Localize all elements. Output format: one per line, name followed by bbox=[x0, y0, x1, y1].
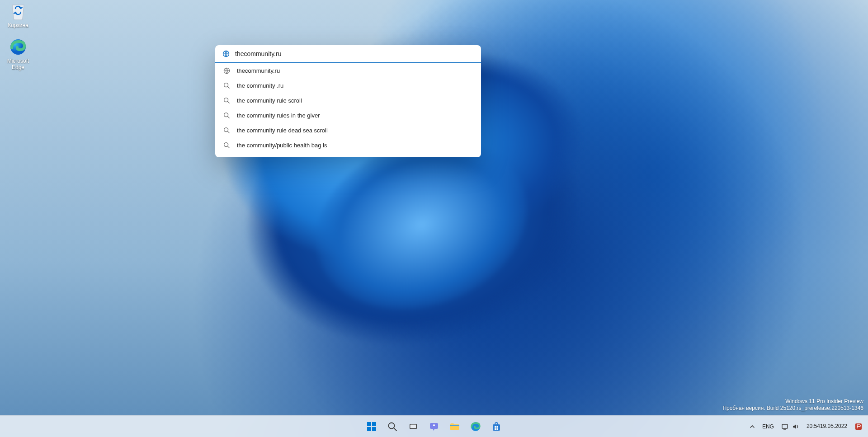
desktop-icon-label: Корзина bbox=[1, 22, 35, 28]
recycle-bin-icon bbox=[8, 1, 28, 21]
folder-icon bbox=[449, 421, 460, 432]
search-icon bbox=[222, 112, 231, 119]
svg-rect-26 bbox=[495, 426, 496, 428]
svg-rect-13 bbox=[367, 422, 371, 426]
svg-line-12 bbox=[227, 146, 229, 148]
taskbar: ENG 20:54 19.05.2022 bbox=[0, 415, 868, 437]
svg-rect-23 bbox=[450, 425, 459, 426]
start-button[interactable] bbox=[363, 418, 381, 436]
file-explorer-button[interactable] bbox=[446, 418, 464, 436]
chat-button[interactable] bbox=[425, 418, 443, 436]
svg-line-18 bbox=[394, 428, 396, 431]
clock-button[interactable]: 20:54 19.05.2022 bbox=[804, 418, 850, 436]
svg-rect-30 bbox=[782, 424, 788, 428]
suggestion-text: the community rules in the giver bbox=[237, 112, 320, 119]
search-input-row[interactable] bbox=[215, 45, 481, 63]
suggestion-text: the community/public health bag is bbox=[237, 142, 327, 149]
network-icon bbox=[781, 423, 788, 430]
task-view-icon bbox=[408, 422, 418, 432]
suggestion-text: the community rule scroll bbox=[237, 97, 302, 104]
svg-line-6 bbox=[227, 101, 229, 103]
taskbar-center bbox=[363, 418, 505, 436]
task-view-button[interactable] bbox=[404, 418, 422, 436]
search-suggestion[interactable]: the community rule dead sea scroll bbox=[215, 123, 481, 138]
chat-icon bbox=[429, 421, 439, 432]
system-tray: ENG 20:54 19.05.2022 bbox=[747, 416, 865, 437]
taskbar-search-button[interactable] bbox=[383, 418, 401, 436]
svg-rect-16 bbox=[372, 427, 376, 431]
globe-icon bbox=[222, 50, 230, 57]
search-input[interactable] bbox=[235, 50, 474, 57]
network-button[interactable] bbox=[778, 418, 802, 436]
svg-rect-27 bbox=[497, 426, 499, 428]
desktop-icon-edge[interactable]: Microsoft Edge bbox=[1, 37, 35, 71]
edge-taskbar-button[interactable] bbox=[467, 418, 485, 436]
desktop-watermark: Windows 11 Pro Insider Preview Пробная в… bbox=[722, 398, 863, 412]
tray-chevron-button[interactable] bbox=[747, 418, 758, 436]
language-label: ENG bbox=[762, 423, 774, 430]
chevron-up-icon bbox=[750, 424, 755, 429]
svg-rect-15 bbox=[367, 427, 371, 431]
desktop-icon-recycle-bin[interactable]: Корзина bbox=[1, 1, 35, 28]
language-indicator[interactable]: ENG bbox=[760, 418, 777, 436]
edge-icon bbox=[470, 421, 481, 432]
search-icon bbox=[222, 127, 231, 134]
store-icon bbox=[491, 421, 502, 432]
desktop-icon-label: Microsoft Edge bbox=[1, 58, 35, 71]
svg-rect-20 bbox=[410, 424, 416, 428]
svg-line-4 bbox=[227, 86, 229, 88]
svg-rect-28 bbox=[495, 428, 496, 430]
svg-rect-29 bbox=[497, 428, 499, 430]
search-icon bbox=[222, 142, 231, 149]
suggestion-text: the community rule dead sea scroll bbox=[237, 127, 328, 134]
globe-icon bbox=[222, 67, 231, 74]
edge-icon bbox=[8, 37, 28, 57]
search-suggestion[interactable]: the community/public health bag is bbox=[215, 138, 481, 153]
clock-time: 20:54 bbox=[807, 423, 820, 430]
watermark-line1: Windows 11 Pro Insider Preview bbox=[722, 398, 863, 405]
search-icon bbox=[222, 82, 231, 89]
svg-line-8 bbox=[227, 116, 229, 118]
windows-icon bbox=[366, 421, 377, 432]
suggestion-text: thecommunity.ru bbox=[237, 67, 280, 74]
notifications-button[interactable] bbox=[852, 418, 865, 436]
search-suggestion[interactable]: the community .ru bbox=[215, 78, 481, 93]
store-button[interactable] bbox=[487, 418, 505, 436]
svg-point-22 bbox=[433, 424, 435, 426]
suggestion-text: the community .ru bbox=[237, 82, 283, 89]
svg-rect-14 bbox=[372, 422, 376, 426]
svg-rect-25 bbox=[493, 424, 500, 431]
search-suggestion[interactable]: thecommunity.ru bbox=[215, 63, 481, 78]
clock-date: 19.05.2022 bbox=[820, 423, 847, 430]
search-flyout: thecommunity.ruthe community .ruthe comm… bbox=[215, 45, 481, 157]
search-icon bbox=[222, 97, 231, 104]
search-icon bbox=[387, 422, 397, 432]
volume-icon bbox=[792, 423, 799, 430]
insider-icon bbox=[854, 423, 863, 431]
svg-line-10 bbox=[227, 131, 229, 133]
watermark-line2: Пробная версия. Build 25120.rs_prereleas… bbox=[722, 405, 863, 412]
search-suggestion[interactable]: the community rules in the giver bbox=[215, 108, 481, 123]
search-suggestion[interactable]: the community rule scroll bbox=[215, 93, 481, 108]
